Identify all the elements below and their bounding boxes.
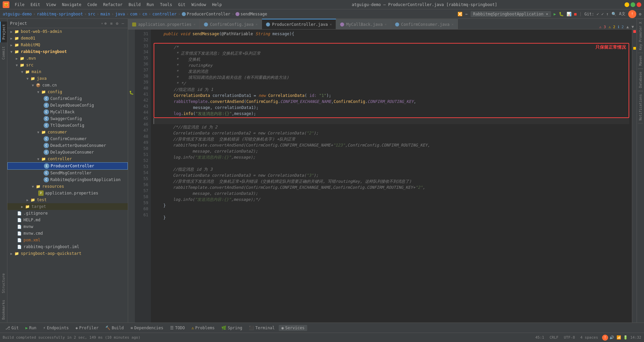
tree-producer-controller[interactable]: C ProducerController — [7, 162, 128, 170]
breadcrumb-main[interactable]: main — [100, 12, 110, 16]
settings-button[interactable]: ⚙ — [639, 12, 641, 16]
scroll-down[interactable]: ▼ — [632, 24, 634, 29]
tab-app-props[interactable]: application.properties ✕ — [128, 19, 200, 29]
nav-action-vcs[interactable]: 🔀 — [458, 12, 463, 16]
bookmarks-tab[interactable]: Bookmarks — [0, 297, 7, 323]
database-tab[interactable]: Database — [638, 69, 643, 91]
tree-main[interactable]: ▼ 📁 main — [7, 68, 128, 75]
coverage-button[interactable]: 📊 — [567, 12, 572, 16]
tree-consumer[interactable]: ▼ 📁 consumer — [7, 129, 128, 135]
sidebar-dropdown[interactable]: ▾ — [101, 21, 103, 26]
tree-swagger[interactable]: C SwaggerConfig — [7, 115, 128, 122]
breadcrumb-class[interactable]: ProducerController — [182, 12, 230, 16]
nav-back[interactable]: ← — [465, 12, 468, 16]
tree-confirm-consumer[interactable]: C ConfirmConsumer — [7, 135, 128, 142]
tab-close-producer[interactable]: ✕ — [330, 22, 332, 26]
menu-navigate[interactable]: Navigate — [59, 2, 84, 8]
status-encoding[interactable]: UTF-8 — [562, 335, 576, 340]
tree-rabbitmq[interactable]: ▶ 📁 RabbitMQ — [7, 42, 128, 48]
endpoints-tool-btn[interactable]: ⚡ Endpoints — [41, 325, 71, 331]
todo-tool-btn[interactable]: ☰ TODO — [167, 325, 187, 331]
breadcrumb-method[interactable]: sendMessage — [235, 12, 267, 16]
build-tool-btn[interactable]: 🔨 Build — [103, 325, 126, 331]
status-line-ending[interactable]: CRLF — [548, 335, 560, 340]
maximize-button[interactable] — [631, 2, 635, 7]
terminal-tool-btn[interactable]: ⬛ Terminal — [246, 325, 277, 331]
tab-confirm-consumer[interactable]: ConfirmConsumer.java ✕ — [391, 19, 458, 29]
menu-build[interactable]: Build — [126, 2, 143, 8]
spring-tool-btn[interactable]: 🌿 Spring — [219, 325, 245, 331]
tree-config[interactable]: ▼ 📁 config — [7, 89, 128, 95]
tree-pom[interactable]: 📄 pom.xml — [7, 237, 128, 243]
tree-boot-web[interactable]: ▶ 📁 boot-web-05-admin — [7, 28, 128, 35]
run-tool-btn[interactable]: ▶ Run — [23, 325, 39, 331]
debug-button[interactable]: 🐛 — [559, 12, 564, 16]
status-line-col[interactable]: 45:1 — [534, 335, 546, 340]
key-promoter-tab[interactable]: Key Promoter X — [638, 19, 643, 53]
menu-run[interactable]: Run — [144, 2, 157, 8]
tab-mycallback[interactable]: MyCallBack.java ✕ — [336, 19, 391, 29]
search-button[interactable]: 🔍 — [611, 12, 616, 16]
breadcrumb-java[interactable]: java — [115, 12, 125, 16]
menu-refactor[interactable]: Refactor — [100, 2, 125, 8]
tree-gitignore[interactable]: 📄 .gitignore — [7, 210, 128, 217]
tree-mvnw[interactable]: 📄 mvnw — [7, 223, 128, 230]
notification-button[interactable]: ! — [628, 10, 636, 18]
tree-demo01[interactable]: ▶ 📁 demo01 — [7, 35, 128, 42]
menu-git[interactable]: Git — [175, 2, 188, 8]
project-tab[interactable]: Project — [0, 21, 7, 42]
menu-edit[interactable]: Edit — [28, 2, 43, 8]
notifications-tab[interactable]: Notifications — [638, 91, 643, 123]
tree-ttl[interactable]: C TtlQueueConfig — [7, 122, 128, 129]
run-config[interactable]: RabbitmqSpringbootApplication ▾ — [471, 11, 551, 17]
tab-producer-controller[interactable]: ProducerController.java ✕ — [262, 19, 336, 29]
menu-view[interactable]: View — [44, 2, 59, 8]
tree-java[interactable]: ▼ 📁 java — [7, 75, 128, 82]
run-button[interactable]: ▶ — [554, 12, 556, 16]
tree-app[interactable]: C RabbitmqSpringbootApplication — [7, 176, 128, 183]
sidebar-action-4[interactable]: — — [121, 21, 125, 26]
minimize-button[interactable] — [625, 2, 629, 7]
breadcrumb-project[interactable]: atguigu-demo — [3, 12, 32, 16]
maven-tab[interactable]: Maven — [638, 53, 643, 69]
breadcrumb-cn[interactable]: cn — [143, 12, 147, 16]
stop-button[interactable]: ■ — [574, 12, 577, 16]
tree-iml[interactable]: 📄 rabbitmq-springboot.iml — [7, 243, 128, 250]
sidebar-action-1[interactable]: ⊕ — [103, 21, 108, 26]
sidebar-action-2[interactable]: ≡ — [109, 21, 113, 26]
menu-help[interactable]: Help — [209, 2, 224, 8]
breadcrumb-controller[interactable]: controller — [152, 12, 176, 16]
gutter-line-41[interactable]: 🐛 — [129, 90, 134, 96]
sidebar-action-3[interactable]: ⚙ — [115, 21, 119, 26]
tree-test[interactable]: ▶ 📁 test — [7, 196, 128, 203]
tree-helpmd[interactable]: 📄 HELP.md — [7, 217, 128, 223]
tab-close-cc[interactable]: ✕ — [451, 22, 453, 26]
translate-button[interactable]: A文 — [619, 11, 626, 17]
menu-file[interactable]: File — [12, 2, 27, 8]
scroll-up[interactable]: ▲ — [627, 24, 629, 29]
tree-target[interactable]: ▶ 📁 target — [7, 203, 128, 210]
tab-confirm-config[interactable]: ConfirmConfig.java ✕ — [200, 19, 262, 29]
close-button[interactable] — [637, 2, 641, 7]
tree-app-props[interactable]: P application.properties — [7, 190, 128, 196]
tree-delayed-config[interactable]: C DelayedQueueConfig — [7, 102, 128, 109]
notification-badge[interactable]: ! — [602, 335, 608, 341]
tree-dead-letter[interactable]: C DeadLetterQueueConsumer — [7, 142, 128, 149]
tab-close-mycb[interactable]: ✕ — [385, 22, 387, 26]
status-indent[interactable]: 4 spaces — [579, 335, 599, 340]
code-content[interactable]: public void sendMessage(@PathVariable St… — [151, 30, 632, 323]
structure-tab[interactable]: Structure — [0, 271, 7, 296]
breadcrumb-src[interactable]: src — [88, 12, 95, 16]
services-tool-btn[interactable]: ◉ Services — [279, 325, 307, 331]
profiler-tool-btn[interactable]: ◈ Profiler — [73, 325, 101, 331]
tree-mvnwcmd[interactable]: 📄 mvnw.cmd — [7, 230, 128, 237]
tree-resources[interactable]: ▼ 📁 resources — [7, 183, 128, 190]
tree-package[interactable]: ▼ 📦 com.cn — [7, 82, 128, 89]
menu-window[interactable]: Window — [189, 2, 209, 8]
tab-close-confirm[interactable]: ✕ — [256, 22, 258, 26]
git-tool-btn[interactable]: ⎇ Git — [3, 325, 21, 331]
tree-mvn[interactable]: ▶ 📁 .mvn — [7, 55, 128, 62]
menu-code[interactable]: Code — [85, 2, 100, 8]
tree-mycallback[interactable]: C MyCallBack — [7, 109, 128, 115]
tree-delay-consumer[interactable]: C DelayQueueConsumer — [7, 149, 128, 156]
